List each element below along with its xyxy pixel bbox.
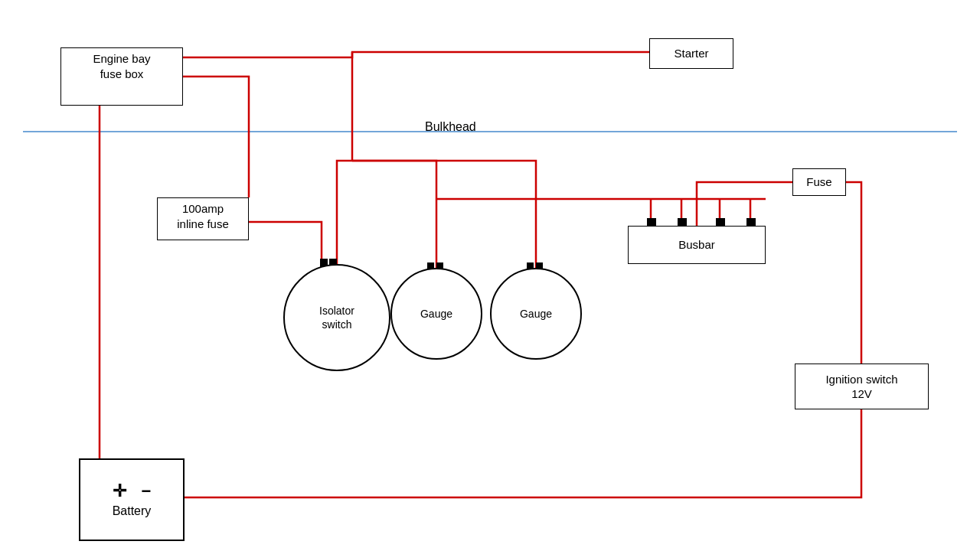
ignition-switch-label: Ignition switch12V <box>795 364 929 409</box>
gauge-1: Gauge <box>390 268 482 360</box>
isolator-switch: Isolatorswitch <box>283 264 390 371</box>
positive-terminal: ✛ <box>113 481 126 501</box>
battery-label: Battery <box>113 504 152 518</box>
negative-terminal: − <box>142 481 152 501</box>
busbar-label: Busbar <box>628 226 766 264</box>
fuse-label: Fuse <box>792 168 846 196</box>
starter-label: Starter <box>649 38 733 69</box>
engine-fuse-box-label: Engine bayfuse box <box>60 47 183 106</box>
inline-fuse-label: 100ampinline fuse <box>157 197 249 240</box>
battery-terminals: ✛ − <box>113 481 152 501</box>
battery: ✛ − Battery <box>79 458 185 541</box>
bulkhead-label: Bulkhead <box>425 120 476 134</box>
gauge-2: Gauge <box>490 268 582 360</box>
